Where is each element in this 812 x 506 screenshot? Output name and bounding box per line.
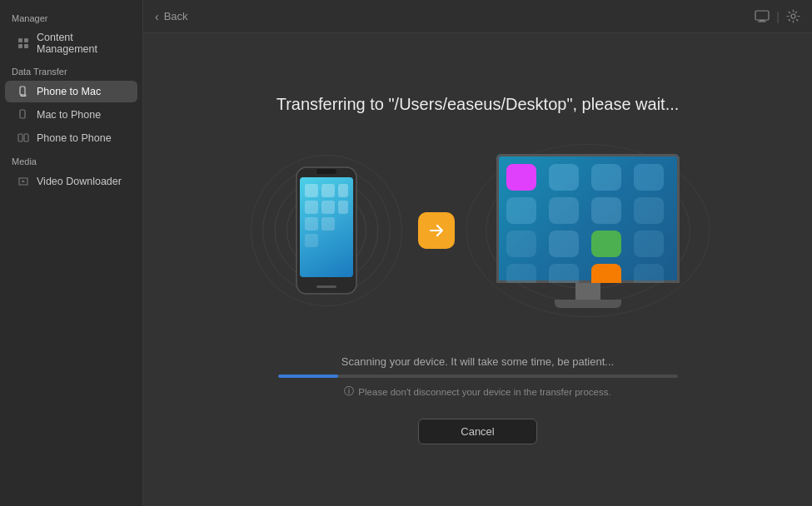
progress-area: Scanning your device. It will take some … — [278, 355, 678, 444]
svg-rect-21 — [321, 201, 335, 214]
monitor-stand-base — [555, 300, 621, 308]
app-icon-4 — [634, 164, 664, 191]
app-icon-15 — [591, 264, 621, 283]
monitor-screen — [496, 154, 680, 283]
sidebar: Manager Content Management Data Transfer… — [0, 0, 143, 506]
svg-rect-8 — [755, 11, 769, 20]
content-management-icon — [17, 37, 30, 50]
svg-rect-2 — [18, 44, 22, 48]
warning-text-label: Please don't disconnect your device in t… — [358, 387, 610, 397]
header-divider: | — [776, 10, 780, 23]
scan-status-text: Scanning your device. It will take some … — [341, 355, 614, 368]
back-button[interactable]: ‹ Back — [155, 10, 188, 23]
svg-rect-3 — [24, 44, 28, 48]
sidebar-item-video-downloader-label: Video Downloader — [37, 176, 122, 187]
progress-bar-background — [278, 375, 678, 378]
sidebar-item-phone-to-mac[interactable]: Phone to Mac — [5, 81, 137, 102]
svg-rect-20 — [305, 201, 318, 214]
app-icon-5 — [506, 197, 536, 224]
app-icon-7 — [591, 197, 621, 224]
transfer-title: Transferring to "/Users/easeus/Desktop",… — [276, 95, 680, 114]
sidebar-item-video-downloader[interactable]: Video Downloader — [5, 171, 137, 192]
mac-to-phone-icon — [17, 108, 30, 122]
svg-rect-18 — [321, 184, 335, 197]
monitor-graphic — [496, 154, 680, 308]
warning-message: ⓘ Please don't disconnect your device in… — [344, 384, 610, 399]
app-icons-grid — [496, 154, 680, 283]
main-panel: ‹ Back | Transferring to "/Users/easeus/… — [143, 0, 812, 506]
header: ‹ Back | — [143, 0, 812, 33]
svg-rect-17 — [305, 184, 318, 197]
app-icon-2 — [549, 164, 579, 191]
media-section-label: Media — [0, 150, 142, 170]
video-downloader-icon — [17, 175, 30, 188]
app-icon-11 — [591, 231, 621, 257]
phone-with-ripples — [260, 147, 393, 314]
svg-rect-24 — [321, 217, 335, 231]
svg-rect-6 — [18, 134, 22, 141]
sidebar-item-phone-to-mac-label: Phone to Mac — [37, 86, 101, 97]
back-label: Back — [164, 10, 188, 22]
settings-icon[interactable] — [786, 9, 800, 23]
animation-container — [160, 147, 795, 314]
svg-rect-7 — [24, 134, 28, 141]
svg-rect-0 — [18, 38, 22, 42]
progress-bar-fill — [278, 375, 338, 378]
app-icon-3 — [591, 164, 621, 191]
sidebar-item-phone-to-phone-label: Phone to Phone — [37, 132, 112, 144]
content-area: Transferring to "/Users/easeus/Desktop",… — [143, 33, 812, 506]
transfer-arrow-icon — [418, 212, 455, 249]
app-icon-12 — [634, 231, 664, 257]
header-actions: | — [755, 9, 800, 23]
app-icon-1 — [506, 164, 536, 191]
app-icon-10 — [549, 231, 579, 257]
phone-to-phone-icon — [17, 131, 30, 145]
sidebar-item-mac-to-phone[interactable]: Mac to Phone — [5, 104, 137, 126]
back-arrow-icon: ‹ — [155, 10, 159, 23]
app-icon-14 — [549, 264, 579, 283]
svg-rect-4 — [20, 87, 25, 95]
app-icon-13 — [506, 264, 536, 283]
svg-rect-25 — [305, 234, 318, 247]
phone-graphic — [293, 164, 360, 297]
app-icon-9 — [506, 231, 536, 257]
svg-rect-23 — [305, 217, 318, 231]
sidebar-item-phone-to-phone[interactable]: Phone to Phone — [5, 127, 137, 149]
app-icon-16 — [634, 264, 664, 283]
app-icon-6 — [549, 197, 579, 224]
svg-rect-5 — [20, 110, 25, 118]
monitor-stand-neck — [575, 283, 600, 300]
svg-point-9 — [791, 14, 795, 18]
svg-rect-26 — [316, 169, 336, 174]
app-icon-8 — [634, 197, 664, 224]
sidebar-item-content-management[interactable]: Content Management — [5, 27, 137, 59]
phone-to-mac-icon — [17, 85, 30, 98]
manager-section-label: Manager — [0, 7, 142, 27]
svg-rect-1 — [24, 38, 28, 42]
device-icon[interactable] — [755, 10, 770, 23]
svg-rect-19 — [338, 184, 348, 197]
sidebar-item-content-management-label: Content Management — [37, 32, 129, 55]
info-icon: ⓘ — [344, 384, 354, 399]
svg-rect-27 — [316, 285, 336, 288]
cancel-button[interactable]: Cancel — [418, 419, 536, 444]
svg-rect-22 — [338, 201, 348, 214]
monitor-with-ripples — [480, 147, 696, 314]
data-transfer-section-label: Data Transfer — [0, 60, 142, 80]
sidebar-item-mac-to-phone-label: Mac to Phone — [37, 109, 101, 121]
